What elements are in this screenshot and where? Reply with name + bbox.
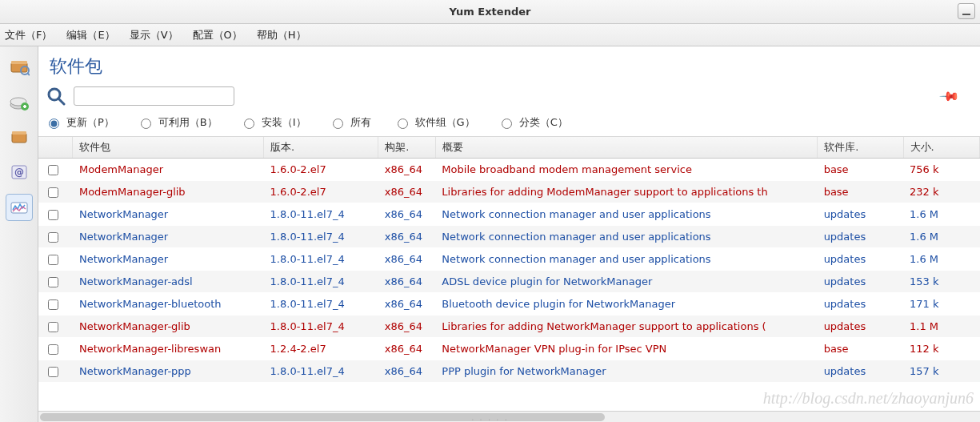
tool-packages-icon[interactable] (6, 53, 33, 80)
search-icon[interactable] (45, 85, 67, 107)
menu-config[interactable]: 配置（O） (193, 28, 242, 42)
cell-size: 1.6 M (903, 248, 980, 271)
svg-text:@: @ (14, 167, 24, 178)
row-checkbox[interactable] (38, 338, 73, 360)
filter-categories[interactable]: 分类（C） (498, 115, 568, 130)
tool-repos-icon[interactable]: @ (6, 159, 33, 186)
row-checkbox[interactable] (38, 315, 73, 338)
cell-arch: x86_64 (378, 181, 436, 203)
tool-history-icon[interactable] (6, 123, 33, 151)
cell-version: 1.8.0-11.el7_4 (264, 248, 378, 271)
col-package[interactable]: 软件包 (73, 137, 264, 159)
menu-help[interactable]: 帮助（H） (257, 28, 306, 42)
table-row[interactable]: NetworkManager-adsl1.8.0-11.el7_4x86_64A… (38, 271, 980, 293)
filter-all[interactable]: 所有 (329, 115, 371, 130)
cell-size: 112 k (903, 338, 980, 360)
cell-repo: base (818, 181, 903, 203)
filter-categories-label: 分类（C） (519, 115, 568, 130)
cell-summary: Bluetooth device plugin for NetworkManag… (435, 293, 817, 315)
row-checkbox[interactable] (38, 203, 73, 226)
menu-view[interactable]: 显示（V） (130, 28, 178, 42)
horizontal-scrollbar[interactable] (38, 411, 980, 422)
cell-arch: x86_64 (378, 293, 436, 315)
cell-version: 1.8.0-11.el7_4 (264, 226, 378, 248)
col-summary[interactable]: 概要 (435, 137, 817, 159)
col-arch[interactable]: 构架. (378, 137, 436, 159)
cell-package: NetworkManager-glib (73, 315, 264, 338)
cell-repo: updates (818, 271, 903, 293)
tool-pending-icon[interactable] (6, 88, 33, 115)
title-bar: Yum Extender (0, 0, 980, 24)
row-checkbox[interactable] (38, 271, 73, 293)
table-row[interactable]: NetworkManager1.8.0-11.el7_4x86_64Networ… (38, 248, 980, 271)
row-checkbox[interactable] (38, 226, 73, 248)
table-row[interactable]: NetworkManager1.8.0-11.el7_4x86_64Networ… (38, 226, 980, 248)
minimize-button[interactable] (958, 3, 975, 19)
menu-bar: 文件（F） 编辑（E） 显示（V） 配置（O） 帮助（H） (0, 24, 980, 46)
cell-arch: x86_64 (378, 226, 436, 248)
table-row[interactable]: NetworkManager-ppp1.8.0-11.el7_4x86_64PP… (38, 360, 980, 383)
table-row[interactable]: ModemManager1.6.0-2.el7x86_64Mobile broa… (38, 159, 980, 181)
cell-arch: x86_64 (378, 248, 436, 271)
cell-summary: Network connection manager and user appl… (435, 203, 817, 226)
row-checkbox[interactable] (38, 248, 73, 271)
cell-version: 1.8.0-11.el7_4 (264, 360, 378, 383)
filter-update[interactable]: 更新（P） (45, 115, 114, 130)
cell-summary: Network connection manager and user appl… (435, 226, 817, 248)
cell-version: 1.8.0-11.el7_4 (264, 203, 378, 226)
filter-available-label: 可利用（B） (158, 115, 218, 130)
table-row[interactable]: NetworkManager-glib1.8.0-11.el7_4x86_64L… (38, 315, 980, 338)
col-checkbox[interactable] (38, 137, 73, 159)
cell-arch: x86_64 (378, 271, 436, 293)
cell-repo: updates (818, 360, 903, 383)
row-checkbox[interactable] (38, 159, 73, 181)
col-version[interactable]: 版本. (264, 137, 378, 159)
menu-edit[interactable]: 编辑（E） (66, 28, 114, 42)
cell-size: 232 k (903, 181, 980, 203)
cell-arch: x86_64 (378, 315, 436, 338)
cell-package: NetworkManager (73, 226, 264, 248)
cell-package: ModemManager (73, 159, 264, 181)
table-row[interactable]: ModemManager-glib1.6.0-2.el7x86_64Librar… (38, 181, 980, 203)
cell-repo: base (818, 159, 903, 181)
cell-size: 1.6 M (903, 203, 980, 226)
row-checkbox[interactable] (38, 181, 73, 203)
filter-installed[interactable]: 安装（I） (240, 115, 306, 130)
resize-grip-icon[interactable]: . . . . . (471, 413, 509, 422)
col-repo[interactable]: 软件库. (818, 137, 903, 159)
cell-version: 1.8.0-11.el7_4 (264, 293, 378, 315)
menu-file[interactable]: 文件（F） (5, 28, 52, 42)
filter-groups-label: 软件组（G） (415, 115, 475, 130)
table-row[interactable]: NetworkManager-bluetooth1.8.0-11.el7_4x8… (38, 293, 980, 315)
filter-available[interactable]: 可利用（B） (137, 115, 218, 130)
filter-groups[interactable]: 软件组（G） (394, 115, 475, 130)
cell-size: 756 k (903, 159, 980, 181)
cell-version: 1.8.0-11.el7_4 (264, 271, 378, 293)
window-title: Yum Extender (450, 6, 531, 18)
tool-output-icon[interactable] (6, 194, 33, 221)
left-toolbar: @ (0, 46, 38, 422)
col-size[interactable]: 大小. (903, 137, 980, 159)
table-row[interactable]: NetworkManager1.8.0-11.el7_4x86_64Networ… (38, 203, 980, 226)
row-checkbox[interactable] (38, 360, 73, 383)
table-row[interactable]: NetworkManager-libreswan1.2.4-2.el7x86_6… (38, 338, 980, 360)
svg-rect-1 (11, 61, 27, 64)
cell-summary: ADSL device plugin for NetworkManager (435, 271, 817, 293)
cell-version: 1.8.0-11.el7_4 (264, 315, 378, 338)
cell-package: NetworkManager-ppp (73, 360, 264, 383)
cell-size: 171 k (903, 293, 980, 315)
search-input[interactable] (74, 86, 234, 106)
clear-icon[interactable]: 📌 (938, 85, 961, 107)
svg-rect-8 (12, 131, 26, 135)
cell-version: 1.6.0-2.el7 (264, 159, 378, 181)
cell-repo: base (818, 338, 903, 360)
package-table: 软件包 版本. 构架. 概要 软件库. 大小. ModemManager1.6.… (38, 137, 980, 383)
cell-package: NetworkManager (73, 203, 264, 226)
filter-row: 更新（P） 可利用（B） 安装（I） 所有 软件组（G） 分类（C） (38, 114, 980, 136)
cell-repo: updates (818, 293, 903, 315)
cell-repo: updates (818, 248, 903, 271)
cell-package: NetworkManager-adsl (73, 271, 264, 293)
cell-size: 153 k (903, 271, 980, 293)
svg-line-13 (58, 98, 64, 104)
row-checkbox[interactable] (38, 293, 73, 315)
